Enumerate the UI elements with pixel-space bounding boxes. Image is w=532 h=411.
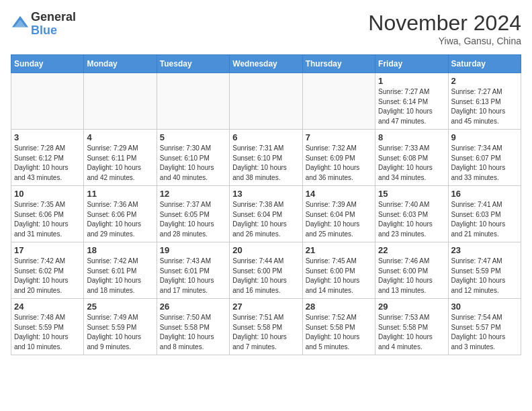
day-info: Sunrise: 7:46 AM Sunset: 6:00 PM Dayligh… (378, 257, 445, 295)
day-info: Sunrise: 7:30 AM Sunset: 6:10 PM Dayligh… (160, 144, 226, 183)
day-info: Sunrise: 7:32 AM Sunset: 6:09 PM Dayligh… (306, 144, 372, 183)
calendar-cell: 9Sunrise: 7:34 AM Sunset: 6:07 PM Daylig… (448, 130, 521, 186)
day-info: Sunrise: 7:54 AM Sunset: 5:57 PM Dayligh… (451, 313, 518, 352)
day-number: 14 (306, 189, 372, 199)
calendar-cell (230, 73, 302, 130)
calendar-cell: 22Sunrise: 7:46 AM Sunset: 6:00 PM Dayli… (375, 242, 448, 299)
calendar-header-friday: Friday (375, 55, 448, 73)
day-info: Sunrise: 7:31 AM Sunset: 6:10 PM Dayligh… (232, 144, 299, 183)
calendar-cell (302, 73, 375, 130)
calendar-cell: 29Sunrise: 7:53 AM Sunset: 5:58 PM Dayli… (375, 299, 448, 355)
day-number: 13 (232, 189, 299, 199)
day-info: Sunrise: 7:37 AM Sunset: 6:05 PM Dayligh… (160, 200, 226, 239)
calendar-header-sunday: Sunday (11, 55, 84, 73)
day-info: Sunrise: 7:39 AM Sunset: 6:04 PM Dayligh… (306, 200, 372, 239)
day-number: 30 (451, 302, 518, 312)
calendar-header-tuesday: Tuesday (157, 55, 229, 73)
calendar-cell (84, 73, 157, 130)
calendar-header-monday: Monday (84, 55, 157, 73)
day-info: Sunrise: 7:28 AM Sunset: 6:12 PM Dayligh… (14, 144, 81, 183)
calendar-cell: 5Sunrise: 7:30 AM Sunset: 6:10 PM Daylig… (157, 130, 229, 186)
calendar-cell: 14Sunrise: 7:39 AM Sunset: 6:04 PM Dayli… (302, 186, 375, 242)
calendar-cell: 3Sunrise: 7:28 AM Sunset: 6:12 PM Daylig… (11, 130, 84, 186)
calendar-cell: 16Sunrise: 7:41 AM Sunset: 6:03 PM Dayli… (448, 186, 521, 242)
calendar-table: SundayMondayTuesdayWednesdayThursdayFrid… (11, 54, 521, 355)
calendar-cell: 30Sunrise: 7:54 AM Sunset: 5:57 PM Dayli… (448, 299, 521, 355)
day-info: Sunrise: 7:48 AM Sunset: 5:59 PM Dayligh… (14, 313, 81, 352)
day-info: Sunrise: 7:53 AM Sunset: 5:58 PM Dayligh… (378, 313, 445, 352)
calendar-cell: 15Sunrise: 7:40 AM Sunset: 6:03 PM Dayli… (375, 186, 448, 242)
calendar-cell: 27Sunrise: 7:51 AM Sunset: 5:58 PM Dayli… (230, 299, 302, 355)
day-number: 16 (451, 189, 518, 199)
day-number: 19 (160, 245, 226, 255)
day-number: 21 (306, 245, 372, 255)
day-number: 1 (378, 76, 445, 86)
calendar-cell: 23Sunrise: 7:47 AM Sunset: 5:59 PM Dayli… (448, 242, 521, 299)
day-info: Sunrise: 7:41 AM Sunset: 6:03 PM Dayligh… (451, 200, 518, 239)
calendar-cell: 1Sunrise: 7:27 AM Sunset: 6:14 PM Daylig… (375, 73, 448, 130)
day-info: Sunrise: 7:27 AM Sunset: 6:14 PM Dayligh… (378, 87, 445, 126)
day-info: Sunrise: 7:51 AM Sunset: 5:58 PM Dayligh… (232, 313, 299, 352)
calendar-cell: 2Sunrise: 7:27 AM Sunset: 6:13 PM Daylig… (448, 73, 521, 130)
calendar-cell: 25Sunrise: 7:49 AM Sunset: 5:59 PM Dayli… (84, 299, 157, 355)
week-row-4: 24Sunrise: 7:48 AM Sunset: 5:59 PM Dayli… (11, 299, 521, 355)
day-info: Sunrise: 7:43 AM Sunset: 6:01 PM Dayligh… (160, 257, 226, 295)
week-row-1: 3Sunrise: 7:28 AM Sunset: 6:12 PM Daylig… (11, 130, 521, 186)
calendar-header-thursday: Thursday (302, 55, 375, 73)
day-number: 2 (451, 76, 518, 86)
day-number: 25 (87, 302, 153, 312)
day-number: 5 (160, 132, 226, 142)
calendar-cell: 13Sunrise: 7:38 AM Sunset: 6:04 PM Dayli… (230, 186, 302, 242)
day-info: Sunrise: 7:38 AM Sunset: 6:04 PM Dayligh… (232, 200, 299, 239)
day-info: Sunrise: 7:27 AM Sunset: 6:13 PM Dayligh… (451, 87, 518, 126)
calendar-cell: 20Sunrise: 7:44 AM Sunset: 6:00 PM Dayli… (230, 242, 302, 299)
week-row-3: 17Sunrise: 7:42 AM Sunset: 6:02 PM Dayli… (11, 242, 521, 299)
calendar-cell: 11Sunrise: 7:36 AM Sunset: 6:06 PM Dayli… (84, 186, 157, 242)
page-header: General Blue November 2024 Yiwa, Gansu, … (11, 11, 521, 46)
calendar-cell: 17Sunrise: 7:42 AM Sunset: 6:02 PM Dayli… (11, 242, 84, 299)
day-info: Sunrise: 7:44 AM Sunset: 6:00 PM Dayligh… (232, 257, 299, 295)
calendar-cell: 10Sunrise: 7:35 AM Sunset: 6:06 PM Dayli… (11, 186, 84, 242)
day-number: 20 (232, 245, 299, 255)
day-number: 29 (378, 302, 445, 312)
day-number: 26 (160, 302, 226, 312)
day-info: Sunrise: 7:45 AM Sunset: 6:00 PM Dayligh… (306, 257, 372, 295)
day-info: Sunrise: 7:49 AM Sunset: 5:59 PM Dayligh… (87, 313, 153, 352)
day-number: 11 (87, 189, 153, 199)
logo-text: General Blue (31, 11, 76, 38)
calendar-cell: 18Sunrise: 7:42 AM Sunset: 6:01 PM Dayli… (84, 242, 157, 299)
calendar-cell: 6Sunrise: 7:31 AM Sunset: 6:10 PM Daylig… (230, 130, 302, 186)
day-number: 10 (14, 189, 81, 199)
calendar-cell (11, 73, 84, 130)
day-number: 12 (160, 189, 226, 199)
day-info: Sunrise: 7:36 AM Sunset: 6:06 PM Dayligh… (87, 200, 153, 239)
day-number: 17 (14, 245, 81, 255)
day-info: Sunrise: 7:50 AM Sunset: 5:58 PM Dayligh… (160, 313, 226, 352)
logo-blue: Blue (31, 24, 76, 38)
day-info: Sunrise: 7:33 AM Sunset: 6:08 PM Dayligh… (378, 144, 445, 183)
calendar-cell: 26Sunrise: 7:50 AM Sunset: 5:58 PM Dayli… (157, 299, 229, 355)
month-title: November 2024 (368, 11, 521, 36)
day-info: Sunrise: 7:47 AM Sunset: 5:59 PM Dayligh… (451, 257, 518, 295)
day-info: Sunrise: 7:42 AM Sunset: 6:02 PM Dayligh… (14, 257, 81, 295)
logo: General Blue (11, 11, 76, 38)
calendar-cell: 7Sunrise: 7:32 AM Sunset: 6:09 PM Daylig… (302, 130, 375, 186)
logo-icon (11, 13, 30, 32)
calendar-cell: 19Sunrise: 7:43 AM Sunset: 6:01 PM Dayli… (157, 242, 229, 299)
calendar-cell: 4Sunrise: 7:29 AM Sunset: 6:11 PM Daylig… (84, 130, 157, 186)
calendar-cell: 28Sunrise: 7:52 AM Sunset: 5:58 PM Dayli… (302, 299, 375, 355)
day-info: Sunrise: 7:29 AM Sunset: 6:11 PM Dayligh… (87, 144, 153, 183)
day-number: 15 (378, 189, 445, 199)
day-number: 18 (87, 245, 153, 255)
day-number: 4 (87, 132, 153, 142)
calendar-header-saturday: Saturday (448, 55, 521, 73)
day-info: Sunrise: 7:40 AM Sunset: 6:03 PM Dayligh… (378, 200, 445, 239)
title-area: November 2024 Yiwa, Gansu, China (368, 11, 521, 46)
day-number: 24 (14, 302, 81, 312)
day-number: 22 (378, 245, 445, 255)
location: Yiwa, Gansu, China (368, 36, 521, 46)
calendar-cell: 12Sunrise: 7:37 AM Sunset: 6:05 PM Dayli… (157, 186, 229, 242)
day-number: 27 (232, 302, 299, 312)
day-info: Sunrise: 7:35 AM Sunset: 6:06 PM Dayligh… (14, 200, 81, 239)
week-row-0: 1Sunrise: 7:27 AM Sunset: 6:14 PM Daylig… (11, 73, 521, 130)
